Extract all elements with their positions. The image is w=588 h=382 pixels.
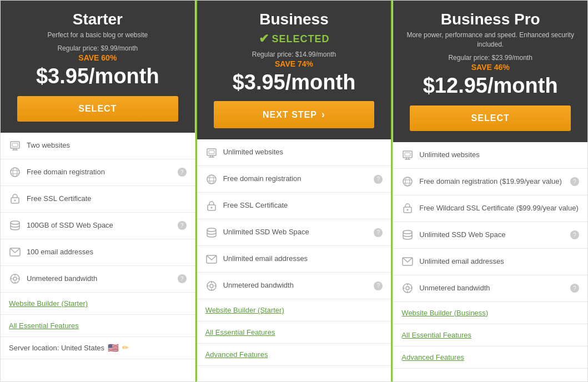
feature-row-0: Unlimited websites: [393, 142, 587, 169]
plan-link-1[interactable]: All Essential Features: [9, 321, 79, 330]
select-label-starter: SELECT: [78, 104, 117, 113]
websites-icon: [9, 139, 21, 152]
feature-row-2: Free Wildcard SSL Certificate ($99.99/ye…: [393, 195, 587, 222]
plan-subtitle-starter: Perfect for a basic blog or website: [9, 31, 187, 40]
plan-link-1[interactable]: All Essential Features: [401, 331, 471, 339]
save-badge-business: SAVE 74%: [205, 59, 383, 68]
plan-header-starter: StarterPerfect for a basic blog or websi…: [1, 1, 195, 133]
plan-name-business: Business: [205, 11, 383, 28]
feature-text-1: Free domain registration ($19.99/year va…: [419, 177, 562, 187]
plan-header-business: Business ✔ SELECTED Regular price: $14.9…: [197, 1, 391, 139]
feature-text-5: Unmetered bandwidth: [419, 284, 562, 293]
svg-point-29: [210, 207, 212, 208]
bandwidth-icon: [205, 280, 218, 292]
storage-icon: [401, 229, 414, 241]
svg-rect-1: [12, 143, 18, 147]
feature-text-1: Free domain registration: [27, 168, 170, 177]
link-row-1: All Essential Features: [197, 321, 391, 344]
bandwidth-icon: [9, 273, 21, 285]
feature-text-4: Unlimited email addresses: [223, 254, 383, 264]
plan-features-business-pro: Unlimited websites Free domain registrat…: [393, 142, 587, 381]
us-flag-icon: 🇺🇸: [108, 343, 119, 353]
plan-link-0[interactable]: Website Builder (Starter): [205, 306, 284, 314]
feature-row-5: Unmetered bandwidth ?: [393, 275, 587, 302]
feature-text-3: Unlimited SSD Web Space: [223, 228, 366, 237]
info-icon-1[interactable]: ?: [570, 177, 579, 186]
svg-rect-0: [11, 142, 19, 148]
save-badge-business-pro: SAVE 46%: [401, 63, 579, 72]
feature-row-2: Free SSL Certificate: [197, 193, 391, 219]
feature-row-0: Two websites: [1, 133, 195, 159]
storage-icon: [9, 219, 21, 232]
info-icon-5[interactable]: ?: [178, 274, 187, 283]
ssl-icon: [401, 202, 414, 214]
edit-icon[interactable]: ✏: [122, 343, 129, 352]
svg-point-52: [406, 286, 409, 290]
svg-point-10: [14, 200, 16, 202]
select-button-starter[interactable]: SELECT: [17, 96, 178, 122]
email-icon: [205, 253, 218, 265]
plan-link-0[interactable]: Website Builder (Starter): [9, 299, 88, 308]
feature-text-3: Unlimited SSD Web Space: [419, 230, 562, 240]
svg-point-48: [407, 209, 409, 211]
plan-link-0[interactable]: Website Builder (Business): [401, 309, 488, 317]
feature-text-0: Unlimited websites: [419, 150, 579, 160]
link-row-0: Website Builder (Starter): [197, 299, 391, 321]
feature-row-5: Unmetered bandwidth ?: [1, 266, 195, 293]
plan-link-2[interactable]: Advanced Features: [205, 350, 268, 359]
selected-badge: ✔ SELECTED: [205, 32, 383, 46]
storage-icon: [205, 227, 218, 239]
domain-icon: [205, 173, 218, 185]
next-step-button[interactable]: NEXT STEP ›: [214, 101, 375, 128]
svg-point-44: [405, 177, 410, 186]
feature-row-3: Unlimited SSD Web Space ?: [393, 222, 587, 249]
plan-business-pro: Business ProMore power, performance and …: [393, 0, 588, 382]
monthly-price-business: $3.95/month: [205, 71, 383, 94]
domain-icon: [401, 175, 414, 188]
save-badge-starter: SAVE 60%: [9, 53, 187, 62]
server-location-row: Server location: United States 🇺🇸 ✏: [1, 337, 195, 359]
feature-row-3: 100GB of SSD Web Space ?: [1, 213, 195, 239]
ssl-icon: [9, 193, 21, 205]
svg-point-11: [11, 221, 19, 224]
select-button-business-pro[interactable]: SELECT: [410, 105, 571, 131]
feature-text-2: Free Wildcard SSL Certificate ($99.99/ye…: [419, 204, 579, 213]
link-row-1: All Essential Features: [393, 324, 587, 346]
feature-row-0: Unlimited websites: [197, 139, 391, 166]
pricing-table: StarterPerfect for a basic blog or websi…: [0, 0, 588, 382]
info-icon-1[interactable]: ?: [178, 168, 187, 177]
svg-point-30: [207, 228, 216, 232]
feature-row-1: Free domain registration ($19.99/year va…: [393, 169, 587, 195]
plan-name-starter: Starter: [9, 11, 187, 28]
link-row-0: Website Builder (Starter): [1, 293, 195, 315]
feature-row-1: Free domain registration ?: [1, 159, 195, 186]
svg-point-5: [11, 168, 19, 177]
svg-rect-19: [207, 149, 216, 155]
websites-icon: [205, 147, 218, 159]
server-location-text: Server location: United States: [9, 344, 104, 352]
svg-rect-20: [209, 150, 214, 154]
feature-row-4: Unlimited email addresses: [197, 246, 391, 273]
plan-link-2[interactable]: Advanced Features: [401, 353, 464, 361]
email-icon: [401, 255, 414, 268]
svg-point-33: [210, 284, 213, 288]
info-icon-3[interactable]: ?: [178, 221, 187, 230]
link-row-0: Website Builder (Business): [393, 302, 587, 324]
next-step-label: NEXT STEP: [263, 110, 317, 120]
feature-row-5: Unmetered bandwidth ?: [197, 273, 391, 299]
info-icon-3[interactable]: ?: [570, 230, 579, 239]
svg-point-24: [207, 175, 216, 184]
regular-price-business-pro: Regular price: $23.99/month: [401, 54, 579, 62]
info-icon-5[interactable]: ?: [570, 284, 579, 293]
info-icon-5[interactable]: ?: [374, 282, 383, 290]
plan-features-business: Unlimited websites Free domain registrat…: [197, 139, 391, 381]
svg-point-49: [403, 230, 412, 234]
link-row-2: Advanced Features: [393, 346, 587, 369]
info-icon-1[interactable]: ?: [374, 175, 383, 184]
info-icon-3[interactable]: ?: [374, 228, 383, 237]
monthly-price-starter: $3.95/month: [9, 64, 187, 88]
websites-icon: [401, 149, 414, 161]
feature-row-3: Unlimited SSD Web Space ?: [197, 219, 391, 246]
plan-link-1[interactable]: All Essential Features: [205, 328, 275, 336]
feature-row-4: Unlimited email addresses: [393, 249, 587, 275]
